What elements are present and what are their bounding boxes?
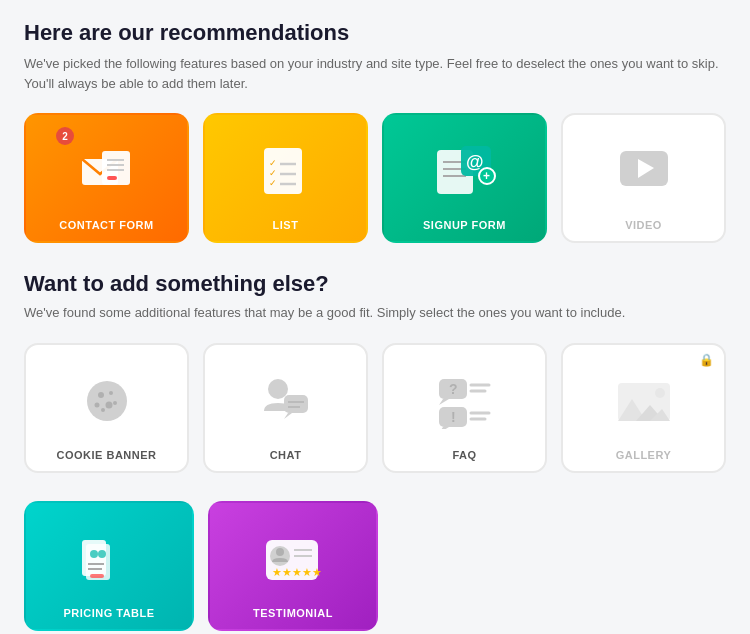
card-signup-form-label: SIGNUP FORM (423, 219, 506, 241)
svg-rect-1 (102, 151, 130, 185)
card-pricing-table-label: PRICING TABLE (63, 607, 154, 629)
svg-point-24 (98, 392, 104, 398)
extras-cards-row-2: PRICING TABLE ★★★★★ TESTIMONIAL (24, 501, 726, 631)
svg-marker-36 (439, 399, 449, 405)
svg-point-59 (276, 548, 284, 556)
section2-subtitle: We've found some additional features tha… (24, 303, 726, 323)
card-cookie-banner[interactable]: COOKIE BANNER (24, 343, 189, 473)
list-icon-area: ✓ ✓ ✓ (205, 115, 366, 219)
page-heading: Here are our recommendations (24, 20, 726, 46)
svg-text:?: ? (449, 381, 458, 397)
card-pricing-table[interactable]: PRICING TABLE (24, 501, 194, 631)
video-icon-area (563, 115, 724, 219)
cookie-banner-icon-area (26, 345, 187, 449)
svg-point-26 (94, 402, 99, 407)
card-testimonial-label: TESTIMONIAL (253, 607, 333, 629)
gallery-icon (614, 377, 674, 427)
contact-form-icon-area (26, 115, 187, 219)
card-signup-form[interactable]: @ + SIGNUP FORM (382, 113, 547, 243)
svg-point-52 (90, 550, 98, 558)
card-chat-label: CHAT (270, 449, 302, 471)
faq-icon-area: ? ! (384, 345, 545, 449)
pricing-table-icon (78, 532, 140, 588)
card-list-label: LIST (273, 219, 299, 241)
svg-point-28 (101, 408, 105, 412)
card-contact-form-label: CONTACT FORM (59, 219, 153, 241)
testimonial-icon-area: ★★★★★ (210, 503, 376, 607)
svg-point-30 (268, 379, 288, 399)
page-subtitle: We've picked the following features base… (24, 54, 726, 93)
card-cookie-banner-label: COOKIE BANNER (56, 449, 156, 471)
svg-text:+: + (483, 169, 490, 183)
svg-text:★★★★★: ★★★★★ (272, 566, 322, 578)
notif-badge-contact-form: 2 (56, 127, 74, 145)
card-contact-form[interactable]: 2 CONTACT FORM (24, 113, 189, 243)
chat-icon-area (205, 345, 366, 449)
svg-marker-41 (439, 427, 449, 429)
card-video-label: VIDEO (625, 219, 662, 241)
list-icon: ✓ ✓ ✓ (256, 142, 316, 202)
card-faq[interactable]: ? ! FAQ (382, 343, 547, 473)
svg-text:✓: ✓ (269, 158, 277, 168)
svg-text:!: ! (451, 409, 456, 425)
section2-heading: Want to add something else? (24, 271, 726, 297)
card-gallery-label: GALLERY (616, 449, 672, 471)
signup-form-icon-area: @ + (384, 115, 545, 219)
contact-form-icon (76, 141, 138, 203)
card-video[interactable]: VIDEO (561, 113, 726, 243)
svg-text:✓: ✓ (269, 178, 277, 188)
svg-rect-5 (107, 176, 117, 180)
card-testimonial[interactable]: ★★★★★ TESTIMONIAL (208, 501, 378, 631)
card-chat[interactable]: CHAT (203, 343, 368, 473)
svg-text:✓: ✓ (269, 168, 277, 178)
svg-marker-32 (284, 413, 292, 419)
video-icon (616, 147, 672, 197)
svg-point-46 (655, 388, 665, 398)
card-gallery[interactable]: 🔒 GALLERY (561, 343, 726, 473)
faq-icon: ? ! (435, 375, 495, 429)
card-list[interactable]: ✓ ✓ ✓ LIST (203, 113, 368, 243)
chat-icon (256, 375, 316, 429)
svg-point-25 (109, 391, 113, 395)
svg-point-53 (98, 550, 106, 558)
pricing-table-icon-area (26, 503, 192, 607)
card-faq-label: FAQ (452, 449, 476, 471)
svg-rect-31 (284, 395, 308, 413)
svg-text:@: @ (466, 152, 484, 172)
svg-point-29 (113, 401, 117, 405)
extras-cards-row-1: COOKIE BANNER CHAT ? (24, 343, 726, 473)
gallery-icon-area (563, 345, 724, 449)
cookie-banner-icon (79, 377, 135, 427)
signup-form-icon: @ + (433, 142, 497, 202)
svg-point-27 (105, 401, 112, 408)
recommended-cards-row: 2 CONTACT FORM ✓ ✓ (24, 113, 726, 243)
svg-point-23 (87, 381, 127, 421)
svg-rect-56 (90, 574, 104, 578)
testimonial-icon: ★★★★★ (262, 532, 324, 588)
